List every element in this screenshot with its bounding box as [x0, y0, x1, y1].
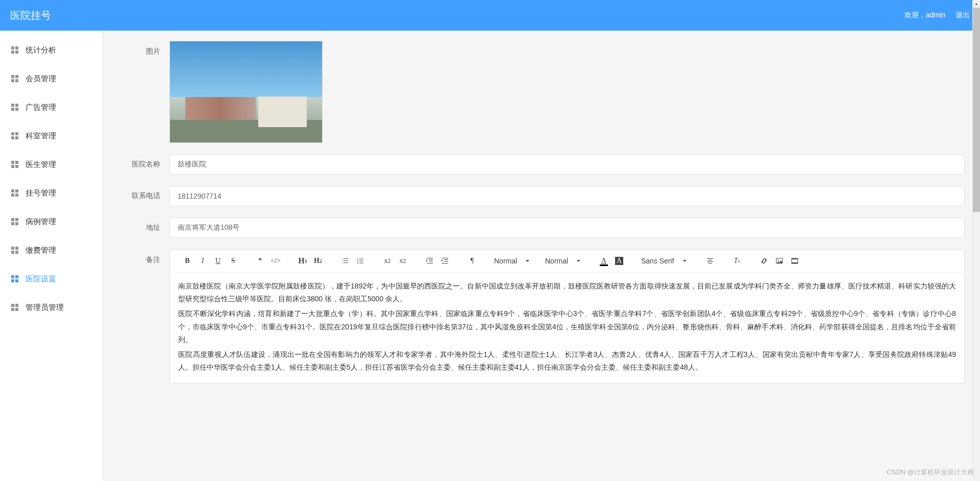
bg-color-button[interactable]: A	[612, 254, 626, 268]
label-remark: 备注	[118, 249, 169, 270]
sidebar-item-members[interactable]: 会员管理	[0, 64, 103, 93]
sidebar: 统计分析 会员管理 广告管理 科室管理 医生管理 挂号管理 病例管理 缴费管理	[0, 31, 103, 481]
sidebar-item-label: 挂号管理	[26, 188, 56, 198]
sidebar-item-departments[interactable]: 科室管理	[0, 122, 103, 150]
label-phone: 联系电话	[118, 191, 169, 201]
sidebar-item-admins[interactable]: 管理员管理	[0, 293, 103, 322]
svg-rect-6	[792, 258, 798, 259]
sidebar-item-hospital-settings[interactable]: 医院设置	[0, 264, 103, 293]
underline-button[interactable]: U	[211, 254, 225, 268]
grid-icon	[10, 188, 19, 198]
sidebar-item-label: 管理员管理	[26, 303, 64, 312]
h1-button[interactable]: H1	[296, 254, 310, 268]
sidebar-item-cases[interactable]: 病例管理	[0, 207, 103, 236]
label-photo: 图片	[118, 41, 169, 61]
grid-icon	[10, 274, 19, 283]
indent-button[interactable]	[438, 254, 452, 268]
grid-icon	[10, 217, 19, 226]
sidebar-item-label: 病例管理	[26, 217, 56, 227]
svg-point-0	[357, 258, 358, 259]
form-row-photo: 图片	[118, 41, 965, 143]
grid-icon	[10, 303, 19, 312]
link-button[interactable]	[757, 254, 771, 268]
outdent-button[interactable]	[423, 254, 437, 268]
font-select[interactable]: Sans Serif	[639, 254, 690, 268]
label-name: 医院名称	[118, 160, 169, 169]
sidebar-item-stats[interactable]: 统计分析	[0, 36, 103, 64]
header-right: 欢迎，admin 退出	[904, 11, 970, 20]
subscript-button[interactable]: x2	[380, 254, 395, 268]
bold-button[interactable]: B	[180, 254, 194, 268]
sidebar-item-label: 会员管理	[26, 74, 56, 84]
scroll-up-icon[interactable]: ▲	[973, 0, 980, 8]
rich-editor: B I U S ❞ </> H1 H2	[169, 249, 965, 383]
quote-button[interactable]: ❞	[253, 254, 267, 268]
form-row-phone: 联系电话	[118, 186, 965, 206]
hospital-photo[interactable]	[169, 41, 323, 143]
video-button[interactable]	[788, 254, 802, 268]
grid-icon	[10, 74, 19, 83]
unordered-list-button[interactable]	[353, 254, 368, 268]
align-button[interactable]	[703, 254, 717, 268]
svg-point-4	[778, 260, 779, 261]
text-color-button[interactable]: A	[597, 254, 611, 268]
sidebar-item-label: 缴费管理	[26, 246, 56, 255]
app-title: 医院挂号	[10, 9, 51, 22]
header: 医院挂号 欢迎，admin 退出	[0, 0, 980, 31]
header-select[interactable]: Normal	[543, 254, 584, 268]
sidebar-item-label: 医生管理	[26, 160, 56, 170]
sidebar-item-ads[interactable]: 广告管理	[0, 93, 103, 122]
svg-rect-7	[792, 262, 798, 263]
hospital-phone-input[interactable]	[169, 186, 965, 206]
image-button[interactable]	[772, 254, 787, 268]
h2-button[interactable]: H2	[311, 254, 325, 268]
logout-link[interactable]: 退出	[955, 11, 970, 20]
svg-point-2	[357, 262, 358, 263]
grid-icon	[10, 45, 19, 55]
strikethrough-button[interactable]: S	[226, 254, 240, 268]
hospital-name-input[interactable]	[169, 154, 965, 175]
grid-icon	[10, 160, 19, 169]
superscript-button[interactable]: x2	[396, 254, 410, 268]
form-row-name: 医院名称	[118, 154, 965, 175]
label-address: 地址	[118, 223, 169, 232]
sidebar-item-doctors[interactable]: 医生管理	[0, 150, 103, 179]
svg-point-1	[357, 260, 358, 261]
grid-icon	[10, 131, 19, 140]
form-row-address: 地址	[118, 218, 965, 238]
welcome-text: 欢迎，admin	[904, 11, 945, 20]
sidebar-item-payments[interactable]: 缴费管理	[0, 236, 103, 264]
size-select[interactable]: Normal	[492, 254, 533, 268]
code-button[interactable]: </>	[268, 254, 283, 268]
form-row-remark: 备注 B I U S ❞ </>	[118, 249, 965, 383]
editor-content[interactable]: 南京鼓楼医院（南京大学医学院附属鼓楼医院），建于1892年，为中国最早的西医院之…	[170, 273, 964, 383]
scrollbar[interactable]: ▲	[972, 0, 980, 481]
main-content: 图片 医院名称 联系电话 地址	[103, 31, 980, 481]
sidebar-item-label: 科室管理	[26, 131, 56, 141]
sidebar-item-label: 统计分析	[26, 45, 56, 55]
sidebar-item-registrations[interactable]: 挂号管理	[0, 179, 103, 207]
scrollbar-thumb[interactable]	[973, 8, 980, 212]
grid-icon	[10, 246, 19, 255]
sidebar-item-label: 广告管理	[26, 103, 56, 112]
sidebar-item-label: 医院设置	[26, 274, 56, 284]
ordered-list-button[interactable]	[338, 254, 352, 268]
rtl-button[interactable]: ¶	[465, 254, 479, 268]
hospital-address-input[interactable]	[169, 218, 965, 238]
editor-toolbar: B I U S ❞ </> H1 H2	[170, 250, 964, 273]
italic-button[interactable]: I	[195, 254, 210, 268]
grid-icon	[10, 103, 19, 112]
clear-format-button[interactable]: Tx	[730, 254, 744, 268]
